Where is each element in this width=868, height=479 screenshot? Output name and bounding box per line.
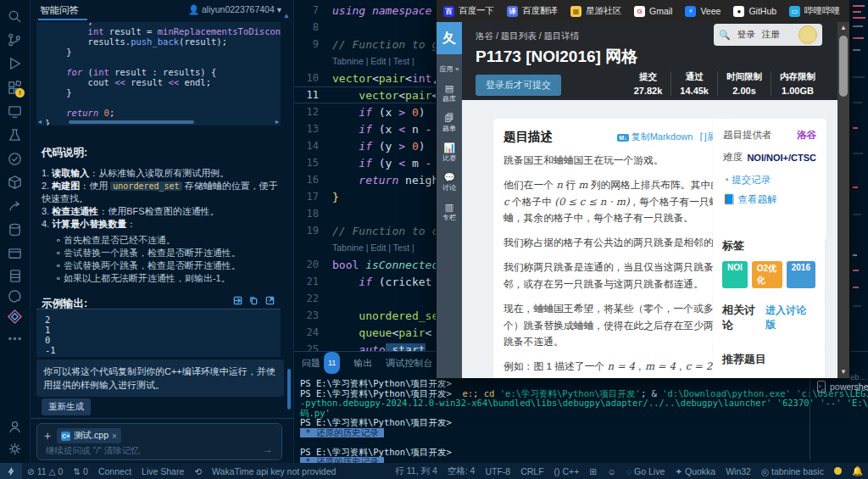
golive-icon[interactable]: ◌ Go Live xyxy=(621,463,670,479)
add-attachment-button[interactable]: + xyxy=(44,430,51,442)
tag-NOI[interactable]: NOI xyxy=(722,261,748,288)
tabnine-icon[interactable] xyxy=(7,309,23,325)
提交记录-link[interactable]: ◔ 提交记录 xyxy=(723,173,771,187)
insert-icon[interactable] xyxy=(233,293,242,309)
copy-icon[interactable] xyxy=(249,293,259,309)
status-空格: 4[interactable]: 空格: 4 xyxy=(442,463,481,479)
tag-2016[interactable]: 2016 xyxy=(787,261,815,288)
copy-markdown-link[interactable]: M↓ 复制Markdown xyxy=(617,131,693,143)
panel-tab-调试控制台[interactable]: 调试控制台 xyxy=(386,353,432,373)
show-recommend-link[interactable]: ∨ 查看推荐 xyxy=(722,377,815,378)
regenerate-button[interactable]: 重新生成 xyxy=(42,398,91,415)
history-icon[interactable]: ⟲ xyxy=(189,463,207,479)
tag-O2优化[interactable]: O2优化 xyxy=(752,261,782,288)
vertical-scrollbar[interactable] xyxy=(287,369,291,409)
account-icon[interactable] xyxy=(7,419,23,435)
register-link[interactable]: 注册 xyxy=(762,29,780,41)
column-nav-item[interactable]: ▥专栏 xyxy=(437,203,462,223)
status-UTF-8[interactable]: UTF-8 xyxy=(480,463,515,479)
problemset-nav-item[interactable]: ▤题库 xyxy=(437,84,462,104)
terminal-output[interactable]: PS E:\学习资料\Python\项目开发> PS E:\学习资料\Pytho… xyxy=(300,379,809,476)
provider-link[interactable]: 洛谷 xyxy=(797,129,816,142)
chat-input-placeholder[interactable]: 继续提问或 "/" 清除记忆 xyxy=(46,445,140,457)
remote-icon[interactable] xyxy=(0,463,22,479)
bookmark-哔哩哔哩[interactable]: ▭哔哩哔哩 xyxy=(789,5,840,17)
liveshare-icon[interactable]: Live Share xyxy=(136,463,189,479)
scroll-left-icon[interactable]: ◂ xyxy=(38,118,42,125)
attachment-chip[interactable]: C+ 测试.cpp × xyxy=(57,428,121,443)
thumb-icon[interactable] xyxy=(829,463,847,479)
scroll-up-icon[interactable]: ▲ xyxy=(283,12,290,19)
minimap[interactable] xyxy=(849,0,868,351)
bookmark-Gmail[interactable]: GGmail xyxy=(634,6,672,17)
avatar[interactable] xyxy=(798,25,817,44)
share-icon[interactable] xyxy=(7,198,23,214)
bookmark-Veee[interactable]: ⚡Veee xyxy=(685,6,721,17)
check-circle-icon[interactable] xyxy=(7,151,23,167)
contest-nav-item[interactable]: 📊比赛 xyxy=(437,143,462,164)
scroll-up-icon[interactable]: ▲ xyxy=(837,22,849,34)
status-() C++[interactable]: () C++ xyxy=(549,463,585,479)
minimap-mark xyxy=(853,49,860,51)
errors-icon[interactable]: ⊘ 11 △ 0 xyxy=(22,463,68,479)
login-link[interactable]: 登录 xyxy=(737,29,755,41)
scroll-down-icon[interactable]: ▼ xyxy=(837,366,849,378)
account-menu[interactable]: 👤 aliyun0223767404 ▾ xyxy=(188,4,281,15)
scrollbar-thumb[interactable] xyxy=(839,36,848,97)
luogu-logo[interactable]: 夂 xyxy=(437,22,462,54)
codelens-actions[interactable]: Tabnine | Edit | Test | xyxy=(293,56,415,66)
enter-discussion-link[interactable]: 进入讨论版 xyxy=(765,304,815,332)
notebook-icon[interactable] xyxy=(7,268,23,284)
test-flask-icon[interactable] xyxy=(7,127,23,143)
chat-input-box[interactable]: + C+ 测试.cpp × 继续提问或 "/" 清除记忆 → xyxy=(36,423,282,460)
查看题解-link[interactable]: 📘 查看题解 xyxy=(723,192,777,207)
breadcrumb[interactable]: 洛谷 / 题目列表 / 题目详情 xyxy=(476,31,580,42)
panel-tab-输出[interactable]: 输出 xyxy=(353,353,372,373)
database-icon[interactable] xyxy=(7,222,23,238)
ports-icon[interactable]: ⇅ 0 xyxy=(68,463,93,479)
palette-icon[interactable] xyxy=(7,288,23,304)
status-行 11, 列 4[interactable]: 行 11, 列 4 xyxy=(390,463,442,479)
package-icon[interactable] xyxy=(7,175,23,191)
browser-preview-icon[interactable] xyxy=(7,246,23,262)
status-WakaTime api key not provided[interactable]: WakaTime api key not provided xyxy=(207,463,341,479)
discuss-nav-item[interactable]: 💬讨论 xyxy=(437,173,462,193)
screen: ! 智能问答 👤 aliyun0223767404 ▾ , int result… xyxy=(0,0,868,479)
bookmark-星游社区[interactable]: ▦星游社区 xyxy=(570,5,621,17)
layout-icon[interactable]: ⊞ xyxy=(584,463,602,479)
scroll-right-icon[interactable]: ▸ xyxy=(275,118,279,125)
plug-icon[interactable]: Connect xyxy=(93,463,136,479)
quokka-icon[interactable]: ✦ Quokka xyxy=(670,463,721,479)
feedback-icon[interactable]: ☺ xyxy=(602,463,621,479)
search-icon[interactable]: 🔍 xyxy=(719,30,731,41)
run-debug-icon[interactable] xyxy=(7,56,23,72)
apps-nav-item[interactable]: 应用 » xyxy=(437,64,462,75)
bell-icon[interactable]: 🔔 xyxy=(847,463,868,479)
send-button[interactable]: → xyxy=(263,443,273,455)
bookmark-百度一下[interactable]: 百百度一下 xyxy=(443,5,494,17)
horizontal-scrollbar[interactable] xyxy=(69,120,194,124)
settings-gear-icon[interactable] xyxy=(7,441,23,457)
submit-button[interactable]: 登录后才可提交 xyxy=(476,75,561,96)
minimap-mark xyxy=(853,37,864,39)
minimap-mark xyxy=(853,254,857,256)
more-icon[interactable] xyxy=(7,331,23,347)
bookmark-GitHub[interactable]: ●GitHub xyxy=(733,6,776,17)
status-Win32[interactable]: Win32 xyxy=(721,463,756,479)
open-in-editor-icon[interactable] xyxy=(265,293,275,309)
tabnine-status-icon[interactable]: ◎ tabnine basic xyxy=(756,463,829,479)
stat-value: 27.82k xyxy=(634,86,663,96)
source-control-icon[interactable] xyxy=(7,32,23,48)
remove-attachment-icon[interactable]: × xyxy=(112,432,117,441)
browser-scrollbar[interactable]: ▲ ▼ xyxy=(837,22,849,378)
problemlist-nav-item[interactable]: 🗐题单 xyxy=(437,114,462,134)
explanation-substep: ∘ 尝试替换两个跳蚤，检查是否断开连通性。 xyxy=(55,259,284,272)
status-CRLF[interactable]: CRLF xyxy=(515,463,548,479)
remote-explorer-icon[interactable] xyxy=(7,103,23,120)
codelens-actions[interactable]: Tabnine | Edit | Test | xyxy=(293,242,415,253)
search-icon[interactable] xyxy=(7,8,23,25)
contest-icon: 📊 xyxy=(437,143,462,153)
bookmark-百度翻译[interactable]: 译百度翻译 xyxy=(507,5,558,17)
panel-tab-问题[interactable]: 问题11 xyxy=(302,352,340,374)
extensions-icon[interactable]: ! xyxy=(7,80,23,96)
